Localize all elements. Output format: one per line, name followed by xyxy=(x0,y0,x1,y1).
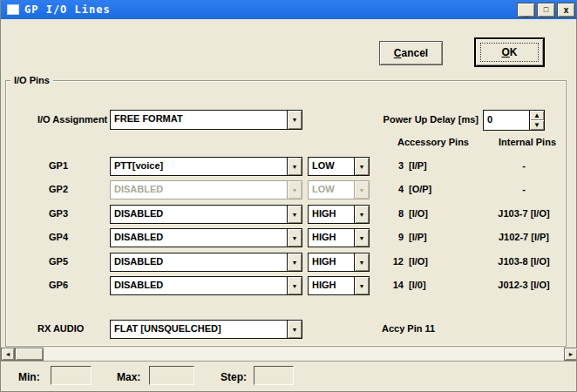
gp4-level-combo[interactable]: HIGH ▼ xyxy=(308,228,370,247)
gp6-level-combo[interactable]: HIGH ▼ xyxy=(308,276,370,295)
window-title: GP I/O Lines xyxy=(24,3,111,16)
gp2-function-combo: DISABLED ▼ xyxy=(110,180,302,199)
gp6-accessory-pin-number: 14 xyxy=(374,280,404,290)
chevron-down-icon[interactable]: ▼ xyxy=(287,321,302,338)
rx-audio-combo[interactable]: FLAT [UNSQUELCHED] ▼ xyxy=(110,320,302,339)
gp2-accessory-pin-type: [O/P] xyxy=(409,184,431,194)
gp2-label: GP2 xyxy=(49,184,68,194)
gp1-function-combo[interactable]: PTT[voice] ▼ xyxy=(110,157,302,176)
scroll-left-button[interactable]: ◄ xyxy=(1,348,15,361)
accessory-pins-header: Accessory Pins xyxy=(384,137,482,147)
gp6-function-combo[interactable]: DISABLED ▼ xyxy=(110,276,302,295)
chevron-down-icon[interactable]: ▼ xyxy=(354,158,369,175)
gp1-internal-pin: - xyxy=(479,160,569,171)
window-icon xyxy=(7,4,19,15)
close-icon: x xyxy=(564,6,569,15)
gp5-level-combo[interactable]: HIGH ▼ xyxy=(308,253,370,272)
step-label: Step: xyxy=(221,371,247,383)
minimize-icon: _ xyxy=(524,9,529,17)
chevron-down-icon[interactable]: ▼ xyxy=(354,277,369,294)
chevron-down-icon[interactable]: ▼ xyxy=(354,206,369,223)
gp6-internal-pin: J012-3 [I/O] xyxy=(479,280,569,290)
gp1-level-combo[interactable]: LOW ▼ xyxy=(308,157,370,176)
chevron-down-icon[interactable]: ▼ xyxy=(287,253,302,271)
chevron-down-icon[interactable]: ▼ xyxy=(287,229,302,247)
chevron-down-icon[interactable]: ▼ xyxy=(354,253,369,271)
gp1-accessory-pin-number: 3 xyxy=(374,160,404,171)
chevron-down-icon: ▼ xyxy=(287,181,302,199)
title-bar[interactable]: GP I/O Lines _ □ x xyxy=(1,0,577,19)
ok-button[interactable]: OK xyxy=(474,37,545,67)
scrollbar-thumb[interactable] xyxy=(15,348,44,361)
gp3-level-combo[interactable]: HIGH ▼ xyxy=(308,205,370,224)
gp2-accessory-pin-number: 4 xyxy=(374,184,404,194)
scroll-right-icon: ► xyxy=(568,351,574,357)
io-assignment-value: FREE FORMAT xyxy=(111,111,287,129)
gp5-accessory-pin-type: [I/O] xyxy=(409,256,428,267)
maximize-icon: □ xyxy=(544,6,548,14)
chevron-down-icon[interactable]: ▼ xyxy=(287,111,302,129)
gp3-internal-pin: J103-7 [I/O] xyxy=(479,208,569,219)
max-label: Max: xyxy=(117,371,140,383)
gp5-label: GP5 xyxy=(49,256,68,267)
gp4-accessory-pin-number: 9 xyxy=(374,232,404,242)
spin-down-icon: ▼ xyxy=(533,122,540,129)
gp5-accessory-pin-number: 12 xyxy=(374,256,404,267)
gp1-label: GP1 xyxy=(49,160,68,171)
spin-up-button[interactable]: ▲ xyxy=(530,111,544,120)
horizontal-scrollbar[interactable]: ◄ ► xyxy=(1,348,577,362)
close-button[interactable]: x xyxy=(557,3,575,17)
io-pins-group-title: I/O Pins xyxy=(10,75,53,85)
gp4-accessory-pin-type: [I/P] xyxy=(409,232,427,242)
gp3-function-combo[interactable]: DISABLED ▼ xyxy=(110,205,302,224)
gp2-internal-pin: - xyxy=(479,184,569,194)
gp3-accessory-pin-type: [I/O] xyxy=(409,208,428,219)
chevron-down-icon[interactable]: ▼ xyxy=(287,158,302,175)
gp3-accessory-pin-number: 8 xyxy=(374,208,404,219)
power-up-delay-label: Power Up Delay [ms] xyxy=(365,114,479,125)
io-assignment-combo[interactable]: FREE FORMAT ▼ xyxy=(110,110,302,130)
ok-button-focus-rect: OK xyxy=(480,43,539,62)
gp4-label: GP4 xyxy=(49,232,68,242)
power-up-delay-value[interactable]: 0 xyxy=(484,111,529,130)
rx-audio-accessory-pin: Accy Pin 11 xyxy=(382,323,435,334)
spin-down-button[interactable]: ▼ xyxy=(530,120,544,130)
maximize-button[interactable]: □ xyxy=(537,3,555,17)
step-field[interactable] xyxy=(254,366,294,385)
gp4-function-combo[interactable]: DISABLED ▼ xyxy=(110,228,302,247)
power-up-delay-spinner[interactable]: 0 ▲ ▼ xyxy=(483,110,545,131)
chevron-down-icon[interactable]: ▼ xyxy=(354,229,369,247)
scroll-right-button[interactable]: ► xyxy=(564,348,577,361)
cancel-button[interactable]: Cancel xyxy=(379,41,443,65)
scroll-left-icon: ◄ xyxy=(5,351,11,357)
gp6-accessory-pin-type: [I/0] xyxy=(409,280,426,290)
internal-pins-header: Internal Pins xyxy=(485,137,569,147)
gp3-label: GP3 xyxy=(49,208,68,219)
rx-audio-label: RX AUDIO xyxy=(37,323,84,334)
io-assignment-label: I/O Assignment xyxy=(37,114,107,125)
minimize-button[interactable]: _ xyxy=(517,3,535,17)
spin-up-icon: ▲ xyxy=(533,112,540,119)
gp5-function-combo[interactable]: DISABLED ▼ xyxy=(110,253,302,272)
chevron-down-icon: ▼ xyxy=(354,181,369,199)
gp1-accessory-pin-type: [I/P] xyxy=(409,160,427,171)
min-label: Min: xyxy=(18,371,40,383)
chevron-down-icon[interactable]: ▼ xyxy=(287,277,302,294)
min-field[interactable] xyxy=(51,366,92,385)
gp-io-lines-dialog: GP I/O Lines _ □ x Cancel OK I/O Pins I/… xyxy=(0,0,577,392)
chevron-down-icon[interactable]: ▼ xyxy=(287,206,302,223)
max-field[interactable] xyxy=(149,366,194,385)
gp2-level-combo: LOW ▼ xyxy=(308,180,370,199)
gp6-label: GP6 xyxy=(49,280,68,290)
gp5-internal-pin: J103-8 [I/O] xyxy=(479,256,569,267)
gp4-internal-pin: J102-7 [I/P] xyxy=(479,232,569,242)
